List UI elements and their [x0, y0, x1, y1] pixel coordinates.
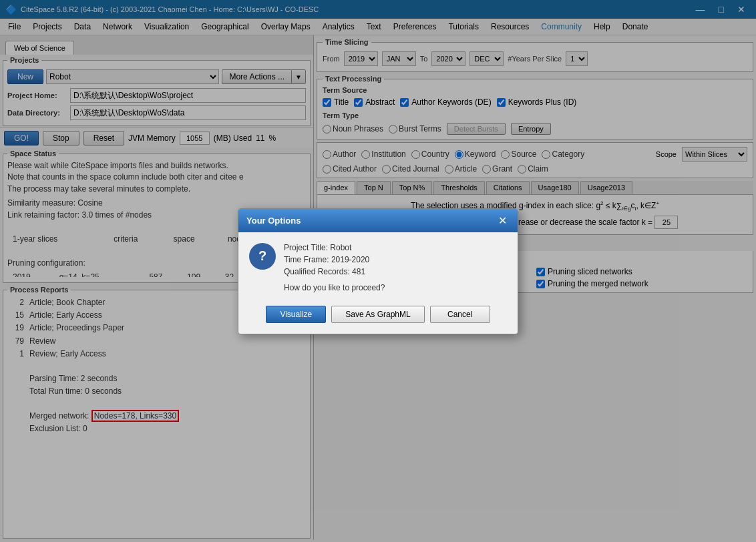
cancel-button[interactable]: Cancel [430, 306, 490, 323]
modal-qualified-records: Qualified Records: 481 [284, 267, 507, 276]
modal-info: Project Title: Robot Time Frame: 2019-20… [284, 243, 507, 295]
modal-icon: ? [249, 243, 276, 270]
modal-header: Your Options ✕ [238, 209, 518, 232]
modal-title: Your Options [246, 216, 301, 226]
modal-project-title: Project Title: Robot [284, 243, 507, 252]
your-options-modal: Your Options ✕ ? Project Title: Robot Ti… [238, 208, 518, 334]
visualize-button[interactable]: Visualize [266, 306, 326, 323]
modal-close-button[interactable]: ✕ [496, 214, 510, 227]
modal-body: ? Project Title: Robot Time Frame: 2019-… [238, 232, 518, 300]
modal-buttons: Visualize Save As GraphML Cancel [238, 300, 518, 334]
modal-time-frame: Time Frame: 2019-2020 [284, 255, 507, 264]
modal-overlay: Your Options ✕ ? Project Title: Robot Ti… [0, 0, 756, 540]
modal-question: How do you like to proceed? [284, 283, 507, 292]
save-as-graphml-button[interactable]: Save As GraphML [331, 306, 424, 323]
